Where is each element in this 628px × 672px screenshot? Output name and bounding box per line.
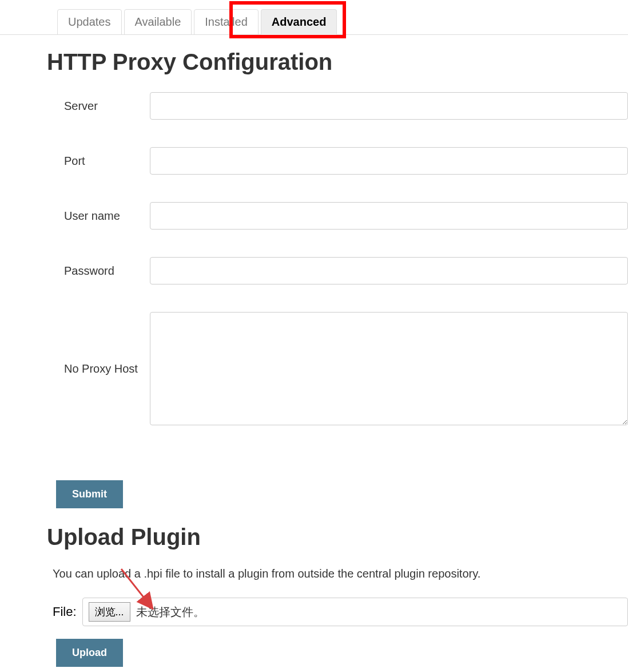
proxy-heading: HTTP Proxy Configuration bbox=[47, 49, 628, 75]
submit-button[interactable]: Submit bbox=[56, 480, 123, 508]
username-input[interactable] bbox=[150, 202, 628, 230]
password-label: Password bbox=[47, 264, 150, 278]
password-input[interactable] bbox=[150, 257, 628, 284]
upload-description: You can upload a .hpi file to install a … bbox=[53, 567, 628, 580]
port-label: Port bbox=[47, 155, 150, 168]
tab-advanced[interactable]: Advanced bbox=[261, 9, 337, 35]
port-input[interactable] bbox=[150, 147, 628, 175]
browse-button[interactable]: 浏览... bbox=[89, 602, 130, 622]
noproxy-textarea[interactable] bbox=[150, 312, 628, 425]
upload-button[interactable]: Upload bbox=[56, 639, 123, 667]
tab-available[interactable]: Available bbox=[124, 9, 192, 35]
noproxy-label: No Proxy Host bbox=[47, 362, 150, 375]
server-input[interactable] bbox=[150, 92, 628, 120]
file-status: 未选择文件。 bbox=[136, 604, 205, 620]
tabs-bar: Updates Available Installed Advanced bbox=[0, 0, 628, 35]
server-label: Server bbox=[47, 100, 150, 113]
tab-installed[interactable]: Installed bbox=[194, 9, 259, 35]
upload-heading: Upload Plugin bbox=[47, 524, 628, 550]
tab-updates[interactable]: Updates bbox=[57, 9, 122, 35]
username-label: User name bbox=[47, 209, 150, 223]
file-label: File: bbox=[53, 604, 77, 619]
file-input-wrap: 浏览... 未选择文件。 bbox=[82, 598, 628, 626]
